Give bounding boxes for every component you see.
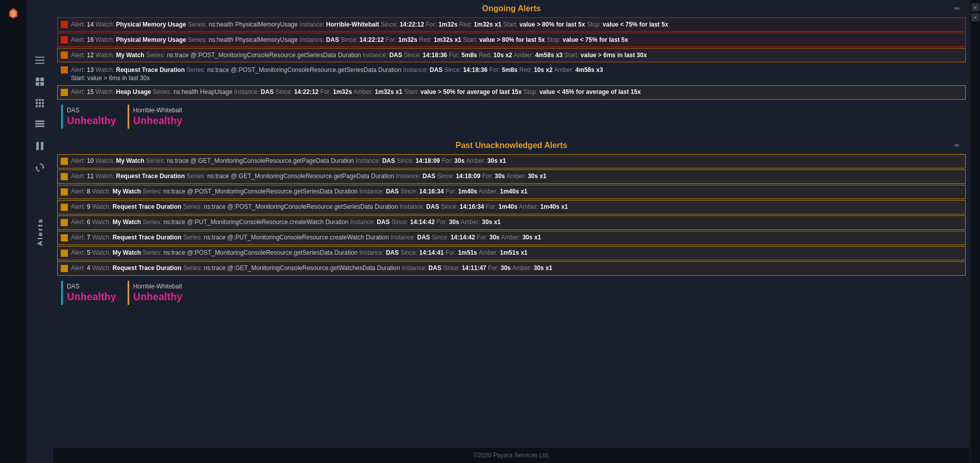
alert-row-text: Alert: 7 Watch: Request Trace Duration S… xyxy=(71,233,962,242)
ongoing-alerts-title: Ongoing Alerts xyxy=(482,4,541,13)
alert-row-text: Alert: 15 Watch: Heap Usage Series: ns:h… xyxy=(71,88,962,96)
ongoing-alerts-section: Ongoing Alerts ✏ Alert: 14 Watch: Physic… xyxy=(57,0,966,133)
alert-checkbox[interactable] xyxy=(61,52,68,59)
sidebar-bars-icon[interactable] xyxy=(31,115,49,134)
svg-rect-8 xyxy=(39,99,41,101)
svg-rect-3 xyxy=(36,78,39,81)
sidebar-menu-icon[interactable] xyxy=(31,51,49,69)
svg-rect-10 xyxy=(36,102,38,104)
alerts-sidebar-label: Alerts xyxy=(36,217,44,246)
svg-rect-7 xyxy=(36,99,38,101)
alert-row: Alert: 14 Watch: Physical Memory Usage S… xyxy=(57,17,966,32)
alert-checkbox[interactable] xyxy=(61,204,68,211)
alert-row: Alert: 10 Watch: My Watch Series: ns:tra… xyxy=(57,154,966,168)
alert-row-text: Alert: 6 Watch: My Watch Series: ns:trac… xyxy=(71,218,962,227)
alert-row-text: Alert: 11 Watch: Request Trace Duration … xyxy=(71,172,962,181)
svg-rect-5 xyxy=(36,82,39,86)
health-instance-name: Horrible-Whitebalt xyxy=(133,107,183,114)
svg-rect-9 xyxy=(42,99,44,101)
add-panel-button[interactable]: + xyxy=(971,13,979,21)
alerts-container[interactable]: Ongoing Alerts ✏ Alert: 14 Watch: Physic… xyxy=(53,0,970,448)
svg-rect-14 xyxy=(39,105,41,107)
alert-checkbox[interactable] xyxy=(61,89,68,96)
alert-row: Alert: 8 Watch: My Watch Series: ns:trac… xyxy=(57,185,966,199)
health-status-label: Unhealthy xyxy=(133,291,183,303)
svg-rect-0 xyxy=(35,57,44,58)
ongoing-alerts-edit-icon[interactable]: ✏ xyxy=(954,5,960,12)
svg-rect-12 xyxy=(42,102,44,104)
footer: ©2020 Payara Services Ltd. xyxy=(53,448,970,463)
ongoing-alerts-header: Ongoing Alerts ✏ xyxy=(57,0,966,17)
health-item-das-past: DAS Unhealthy xyxy=(61,281,120,305)
past-alerts-edit-icon[interactable]: ✏ xyxy=(954,142,960,149)
sidebar-middle: Alerts xyxy=(27,0,53,463)
alert-checkbox[interactable] xyxy=(61,66,68,74)
svg-rect-17 xyxy=(35,123,44,125)
svg-rect-15 xyxy=(42,105,44,107)
health-status-label: Unhealthy xyxy=(67,115,116,127)
svg-rect-6 xyxy=(40,82,44,86)
health-status-label: Unhealthy xyxy=(67,291,116,303)
sidebar-pause-icon[interactable] xyxy=(31,137,49,155)
svg-rect-16 xyxy=(35,120,44,122)
health-instance-name: DAS xyxy=(67,283,116,290)
alert-row-text: Alert: 4 Watch: Request Trace Duration S… xyxy=(71,264,962,273)
main-content: Ongoing Alerts ✏ Alert: 14 Watch: Physic… xyxy=(53,0,970,463)
health-item-horrible-past: Horrible-Whitebalt Unhealthy xyxy=(128,281,187,305)
alert-row: Alert: 4 Watch: Request Trace Duration S… xyxy=(57,261,966,276)
alert-row-text: Alert: 12 Watch: My Watch Series: ns:tra… xyxy=(71,51,962,60)
alert-row-text: Alert: 13 Watch: Request Trace Duration … xyxy=(71,66,962,75)
ongoing-health-status-bar: DAS Unhealthy Horrible-Whitebalt Unhealt… xyxy=(57,101,966,133)
alert-row: Alert: 7 Watch: Request Trace Duration S… xyxy=(57,231,966,245)
footer-text: ©2020 Payara Services Ltd. xyxy=(473,452,550,459)
health-item-horrible: Horrible-Whitebalt Unhealthy xyxy=(128,105,187,129)
alert-checkbox[interactable] xyxy=(61,219,68,226)
svg-rect-13 xyxy=(36,105,38,107)
sidebar-grid4-icon[interactable] xyxy=(31,72,49,91)
alert-checkbox[interactable] xyxy=(61,21,68,28)
alert-row: Alert: 9 Watch: Request Trace Duration S… xyxy=(57,200,966,214)
alert-checkbox[interactable] xyxy=(61,234,68,241)
right-collapse-panel: » + xyxy=(970,0,980,463)
svg-rect-2 xyxy=(35,63,44,64)
alert-checkbox[interactable] xyxy=(61,188,68,196)
svg-rect-1 xyxy=(35,60,44,61)
alert-checkbox[interactable] xyxy=(61,36,68,43)
health-instance-name: DAS xyxy=(67,107,116,114)
past-alerts-section: Past Unacknowledged Alerts ✏ Alert: 10 W… xyxy=(57,137,966,309)
svg-rect-19 xyxy=(36,142,39,150)
alert-row-text: Alert: 9 Watch: Request Trace Duration S… xyxy=(71,203,962,211)
collapse-right-button[interactable]: » xyxy=(971,3,979,11)
sidebar-grid9-icon[interactable] xyxy=(31,94,49,112)
alert-row-multiline: Alert: 13 Watch: Request Trace Duration … xyxy=(57,63,966,84)
alert-row-line2: Start: value > 6ms in last 30x xyxy=(61,75,962,82)
past-health-status-bar: DAS Unhealthy Horrible-Whitebalt Unhealt… xyxy=(57,277,966,309)
alert-checkbox[interactable] xyxy=(61,158,68,165)
alert-checkbox[interactable] xyxy=(61,250,68,257)
past-alerts-title: Past Unacknowledged Alerts xyxy=(455,141,567,150)
svg-rect-11 xyxy=(39,102,41,104)
svg-rect-4 xyxy=(40,78,44,81)
alert-row: Alert: 5 Watch: My Watch Series: ns:trac… xyxy=(57,246,966,260)
alert-row-text: Alert: 16 Watch: Physical Memory Usage S… xyxy=(71,36,962,44)
health-item-das: DAS Unhealthy xyxy=(61,105,120,129)
alert-row-text: Alert: 8 Watch: My Watch Series: ns:trac… xyxy=(71,187,962,196)
alert-row: Alert: 16 Watch: Physical Memory Usage S… xyxy=(57,33,966,47)
svg-rect-18 xyxy=(35,126,44,127)
alert-row: Alert: 11 Watch: Request Trace Duration … xyxy=(57,169,966,184)
left-sidebar xyxy=(0,0,27,463)
alert-row-text: Alert: 10 Watch: My Watch Series: ns:tra… xyxy=(71,157,962,165)
sidebar-refresh-icon[interactable] xyxy=(31,158,49,177)
alert-row: Alert: 15 Watch: Heap Usage Series: ns:h… xyxy=(57,85,966,100)
alert-row-text: Alert: 14 Watch: Physical Memory Usage S… xyxy=(71,20,962,29)
alert-row: Alert: 6 Watch: My Watch Series: ns:trac… xyxy=(57,215,966,230)
past-alerts-header: Past Unacknowledged Alerts ✏ xyxy=(57,137,966,154)
health-status-label: Unhealthy xyxy=(133,115,183,127)
alert-row-text: Alert: 5 Watch: My Watch Series: ns:trac… xyxy=(71,249,962,257)
svg-rect-20 xyxy=(41,142,43,150)
health-instance-name: Horrible-Whitebalt xyxy=(133,283,183,290)
app-logo-icon[interactable] xyxy=(4,4,22,22)
alert-checkbox[interactable] xyxy=(61,265,68,272)
alert-row: Alert: 12 Watch: My Watch Series: ns:tra… xyxy=(57,48,966,62)
alert-checkbox[interactable] xyxy=(61,173,68,180)
